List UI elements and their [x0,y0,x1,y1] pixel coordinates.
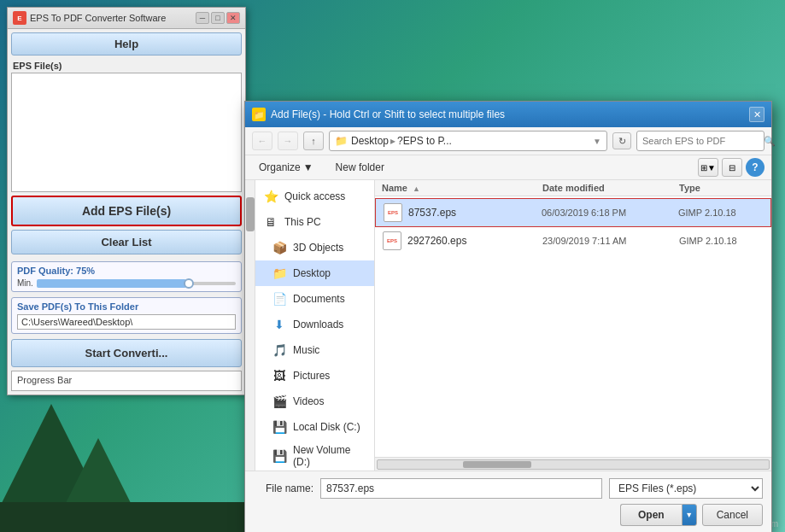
progress-bar: Progress Bar [11,371,242,391]
nav-item-videos[interactable]: 🎬 Videos [255,389,374,414]
documents-icon: 📄 [271,290,288,307]
back-button[interactable]: ← [252,132,272,150]
search-input[interactable] [642,136,760,146]
local-disk-c-icon: 💾 [271,418,288,436]
nav-panel: ⭐ Quick access 🖥 This PC 📦 3D Objects 📁 … [255,180,375,471]
app-icon: E [13,11,26,25]
filename-label: File name: [254,482,313,494]
dialog-nav-bar: ← → ↑ 📁 Desktop ▸ ?EPS to P... ▼ ↻ 🔍 [245,127,771,155]
eps-files-label: EPS File(s) [11,59,242,73]
view-toggle-button[interactable]: ⊞▼ [698,158,718,177]
h-scrollbar-thumb [463,461,531,468]
dialog-body: ⭐ Quick access 🖥 This PC 📦 3D Objects 📁 … [245,180,771,471]
desktop-label: Desktop [293,267,331,279]
nav-item-new-volume-d[interactable]: 💾 New Volume (D:) [255,440,374,471]
address-sep: ▸ [390,135,395,147]
quality-section: PDF Quality: 75% Min. [11,261,242,292]
organize-label: Organize [259,161,301,173]
clear-list-button[interactable]: Clear List [11,230,242,254]
desktop-folder-icon: 📁 [271,265,288,282]
dialog-close-button[interactable]: ✕ [749,107,764,122]
start-convert-button[interactable]: Start Converti... [11,339,242,367]
help-icon-button[interactable]: ? [746,158,764,177]
nav-item-3d-objects[interactable]: 📦 3D Objects [255,235,374,260]
new-volume-d-label: New Volume (D:) [293,444,367,468]
pictures-label: Pictures [293,370,330,382]
nav-item-this-pc[interactable]: 🖥 This PC [255,209,374,235]
file-date-2927260: 23/09/2019 7:11 AM [542,236,679,246]
preview-button[interactable]: ⊟ [722,158,742,177]
3d-objects-label: 3D Objects [293,242,343,254]
horizontal-scrollbar[interactable] [375,457,771,471]
close-button[interactable]: ✕ [226,12,240,24]
dialog-actions: Open ▼ Cancel [254,504,763,526]
view-controls: ⊞▼ ⊟ ? [698,158,764,177]
new-volume-d-icon: 💾 [271,447,288,465]
titlebar-controls: ─ □ ✕ [196,12,240,24]
nav-scrollbar[interactable] [245,180,255,471]
col-header-type[interactable]: Type [679,183,764,193]
filename-input[interactable] [320,478,602,499]
nav-item-quick-access[interactable]: ⭐ Quick access [255,184,374,209]
nav-item-desktop[interactable]: 📁 Desktop [255,260,374,286]
videos-label: Videos [293,395,324,407]
file-panel-header: Name ▲ Date modified Type [375,180,771,196]
file-name-87537: 87537.eps [408,207,542,219]
main-content: Help EPS File(s) Add EPS File(s) Clear L… [8,29,245,395]
file-item-87537[interactable]: EPS 87537.eps 06/03/2019 6:18 PM GIMP 2.… [375,198,771,227]
organize-button[interactable]: Organize ▼ [252,159,320,176]
nav-item-pictures[interactable]: 🖼 Pictures [255,363,374,389]
open-button[interactable]: Open [620,504,682,526]
save-label: Save PDF(s) To This Folder [17,301,236,312]
new-folder-button[interactable]: New folder [327,159,393,176]
save-path-input[interactable] [17,314,236,330]
main-window: E EPS To PDF Converter Software ─ □ ✕ He… [7,7,246,395]
eps-file-icon-2: EPS [382,231,402,251]
3d-objects-icon: 📦 [271,239,288,256]
minimize-button[interactable]: ─ [196,12,209,24]
file-item-2927260[interactable]: EPS 2927260.eps 23/09/2019 7:11 AM GIMP … [375,227,771,254]
quality-slider[interactable] [37,282,236,285]
filetype-select[interactable]: EPS Files (*.eps) [609,478,763,499]
nav-item-documents[interactable]: 📄 Documents [255,286,374,312]
eps-file-icon-1: EPS [383,202,403,223]
search-bar: 🔍 [636,131,764,151]
quick-access-label: Quick access [284,190,345,202]
nav-item-music[interactable]: 🎵 Music [255,337,374,363]
address-path: Desktop ▸ ?EPS to P... [351,135,452,147]
forward-button[interactable]: → [278,132,298,150]
sort-arrow-icon: ▲ [413,184,420,193]
search-icon: 🔍 [764,136,776,147]
nav-scrollbar-thumb [246,197,255,231]
music-label: Music [293,344,319,356]
nav-item-local-disk-c[interactable]: 💾 Local Disk (C:) [255,414,374,440]
organize-dropdown-icon: ▼ [303,161,313,173]
this-pc-icon: 🖥 [262,213,279,231]
this-pc-label: This PC [284,216,321,228]
col-header-date[interactable]: Date modified [542,183,679,193]
h-scrollbar-track [377,459,770,470]
address-dropdown-icon[interactable]: ▼ [593,137,601,146]
quality-slider-row: Min. [17,278,236,288]
quality-label: PDF Quality: 75% [17,266,236,276]
add-eps-button[interactable]: Add EPS File(s) [11,196,242,226]
downloads-label: Downloads [293,319,343,330]
up-button[interactable]: ↑ [303,132,324,150]
local-disk-c-label: Local Disk (C:) [293,421,360,433]
col-header-name[interactable]: Name ▲ [382,183,542,193]
refresh-button[interactable]: ↻ [612,132,631,149]
dialog-title-icon: 📁 [252,108,266,121]
progress-bar-label: Progress Bar [17,375,72,385]
downloads-icon: ⬇ [271,316,288,333]
open-dropdown-button[interactable]: ▼ [682,504,697,526]
maximize-button[interactable]: □ [211,12,225,24]
address-bar: 📁 Desktop ▸ ?EPS to P... ▼ [329,131,607,151]
help-button[interactable]: Help [11,32,242,56]
cancel-button[interactable]: Cancel [702,504,763,526]
dialog-title: Add File(s) - Hold Ctrl or Shift to sele… [271,108,505,120]
dialog-titlebar: 📁 Add File(s) - Hold Ctrl or Shift to se… [245,102,771,127]
nav-item-downloads[interactable]: ⬇ Downloads [255,312,374,337]
file-type-2927260: GIMP 2.10.18 [679,236,764,246]
save-section: Save PDF(s) To This Folder [11,297,242,334]
dialog-bottom: File name: EPS Files (*.eps) Open ▼ Canc… [245,471,771,532]
